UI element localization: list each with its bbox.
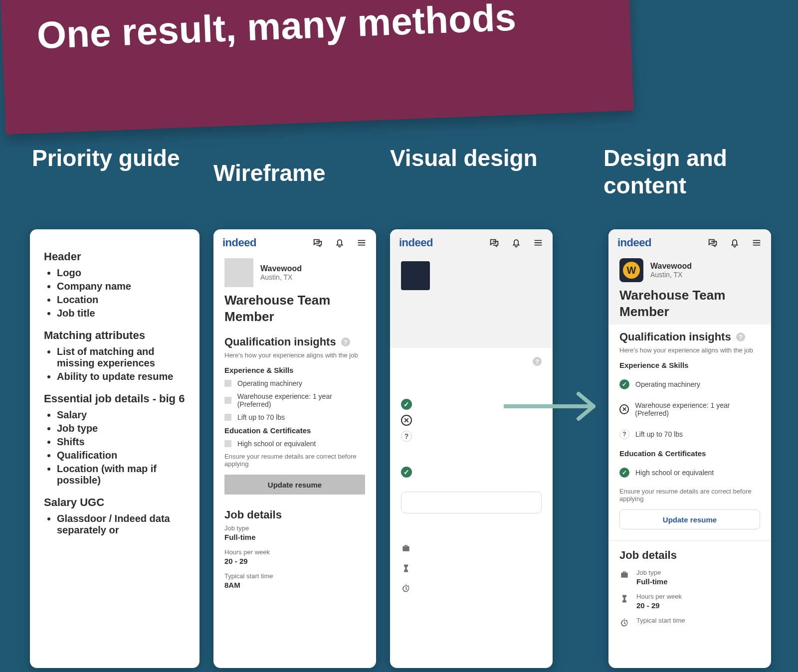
- menu-icon[interactable]: [533, 237, 544, 248]
- qualification-insights-section: Qualification insights ? Here's how your…: [213, 330, 376, 503]
- job-title: Warehouse Team Member: [608, 285, 771, 325]
- menu-icon[interactable]: [751, 237, 762, 248]
- job-title: Warehouse Team Member: [213, 290, 376, 330]
- experience-item: Warehouse experience: 1 year (Preferred): [224, 392, 365, 408]
- chat-icon[interactable]: [707, 237, 718, 248]
- brand-logo[interactable]: indeed: [617, 236, 651, 249]
- detail-label: Hours per week: [224, 548, 365, 556]
- section-divider: [608, 540, 771, 541]
- education-item: ✓ High school or equivalent: [619, 463, 760, 483]
- resume-hint: Ensure your resume details are correct b…: [224, 453, 365, 468]
- update-resume-button[interactable]: [401, 492, 542, 513]
- status-chip: [224, 414, 231, 421]
- status-missing-icon: ✕: [401, 415, 412, 426]
- pg-item: Glassdoor / Indeed data separately or: [57, 513, 186, 536]
- pg-item: Salary: [57, 409, 186, 421]
- info-icon[interactable]: ?: [341, 337, 350, 346]
- qualification-insights-section: Qualification insights ? Here's how your…: [608, 325, 771, 537]
- detail-label: Typical start time: [636, 617, 685, 624]
- pg-item: Logo: [57, 267, 186, 279]
- pg-list-salary-ugc: Glassdoor / Indeed data separately or: [44, 513, 186, 536]
- update-resume-button[interactable]: Update resume: [619, 509, 760, 529]
- pg-item: Location (with map if possible): [57, 463, 186, 486]
- experience-heading: Experience & Skills: [224, 366, 365, 374]
- experience-item-label: Warehouse experience: 1 year (Preferred): [237, 392, 365, 408]
- slide-title: One result, many methods: [36, 0, 517, 57]
- info-icon[interactable]: ?: [736, 333, 745, 341]
- brand-logo[interactable]: indeed: [399, 236, 433, 249]
- priority-guide-card: Header Logo Company name Location Job ti…: [30, 229, 200, 668]
- pg-list-matching: List of matching and missing experiences…: [44, 346, 186, 382]
- visual-design-card: indeed ? ✓ ✕ ? ✓: [390, 229, 553, 668]
- job-details-section: Job details Job type Full-time Hours per…: [213, 503, 376, 597]
- company-avatar-placeholder: [401, 261, 430, 290]
- column-heading-design-and-content: Design and content: [603, 145, 783, 199]
- status-check-icon: ✓: [619, 379, 629, 389]
- pg-item: Shifts: [57, 436, 186, 448]
- qualification-sub: Here's how your experience aligns with t…: [619, 346, 760, 354]
- column-heading-wireframe: Wireframe: [213, 160, 326, 187]
- pg-item: Ability to update resume: [57, 371, 186, 382]
- pg-section-title: Essential job details - big 6: [44, 392, 186, 405]
- detail-label: Hours per week: [636, 593, 682, 600]
- detail-icon-stack: [401, 543, 542, 593]
- chat-icon[interactable]: [489, 237, 500, 248]
- education-heading: Education & Certificates: [224, 426, 365, 435]
- status-chip: [224, 397, 231, 404]
- bell-icon[interactable]: [729, 237, 740, 248]
- slide-banner: One result, many methods: [0, 0, 634, 135]
- column-heading-priority-guide: Priority guide: [32, 145, 201, 172]
- education-heading: Education & Certificates: [619, 449, 760, 458]
- bell-icon[interactable]: [511, 237, 522, 248]
- stopwatch-icon: [619, 618, 629, 628]
- design-and-content-card: indeed W Wavewood Austin, TX Warehouse T…: [608, 229, 771, 668]
- experience-item-label: Operating machinery: [635, 380, 700, 388]
- company-avatar: W: [619, 258, 643, 282]
- pg-section-title: Salary UGC: [44, 496, 186, 509]
- company-header: [390, 253, 553, 293]
- detail-label: Job type: [224, 524, 365, 532]
- menu-icon[interactable]: [356, 237, 367, 248]
- info-icon[interactable]: ?: [533, 357, 542, 366]
- qualification-heading: Qualification insights: [224, 336, 336, 348]
- detail-label: Typical start time: [224, 572, 365, 580]
- experience-item-label: Operating machinery: [237, 379, 302, 387]
- experience-item: Lift up to 70 lbs: [224, 413, 365, 421]
- company-header: Wavewood Austin, TX: [213, 253, 376, 290]
- status-check-icon: ✓: [401, 399, 412, 410]
- chat-icon[interactable]: [312, 237, 323, 248]
- job-detail-item: Typical start time: [619, 617, 760, 628]
- pg-item: Job title: [57, 308, 186, 319]
- pg-section-title: Header: [44, 250, 186, 263]
- status-chip: [224, 440, 231, 447]
- hourglass-icon: [401, 563, 411, 573]
- company-header: W Wavewood Austin, TX: [608, 253, 771, 285]
- pg-section-title: Matching attributes: [44, 329, 186, 342]
- status-chip: [224, 380, 231, 387]
- pg-item: Qualification: [57, 450, 186, 461]
- qualification-heading: Qualification insights: [619, 331, 731, 343]
- detail-value: Full-time: [636, 577, 668, 586]
- experience-item-label: Lift up to 70 lbs: [237, 413, 285, 421]
- briefcase-icon: [401, 543, 411, 553]
- status-check-icon: ✓: [619, 468, 629, 478]
- experience-item: ✕ Warehouse experience: 1 year (Preferre…: [619, 399, 760, 419]
- pg-item: Location: [57, 294, 186, 306]
- job-details-section: Job details Job type Full-time Hours per…: [608, 543, 771, 643]
- experience-heading: Experience & Skills: [619, 361, 760, 369]
- education-item-label: High school or equivalent: [237, 440, 316, 448]
- job-detail-item: Hours per week 20 - 29: [619, 593, 760, 610]
- job-detail-item: Job type Full-time: [619, 569, 760, 586]
- brand-logo[interactable]: indeed: [222, 236, 256, 249]
- mobile-topbar: indeed: [608, 229, 771, 253]
- job-details-heading: Job details: [619, 549, 677, 562]
- hourglass-icon: [619, 594, 629, 604]
- job-details-heading: Job details: [224, 508, 282, 521]
- flow-arrow-icon: [504, 384, 608, 429]
- status-missing-icon: ✕: [619, 404, 629, 414]
- company-name: Wavewood: [650, 262, 692, 271]
- wireframe-card: indeed Wavewood Austin, TX Warehouse Tea…: [213, 229, 376, 668]
- bell-icon[interactable]: [334, 237, 345, 248]
- update-resume-button[interactable]: Update resume: [224, 475, 365, 495]
- detail-value: Full-time: [224, 533, 365, 541]
